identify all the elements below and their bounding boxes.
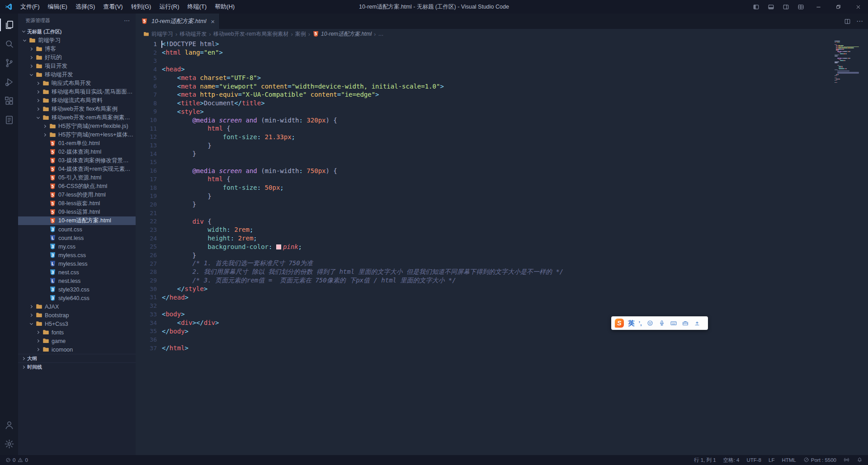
extensions-icon[interactable] [0,91,18,110]
live-server-port[interactable]: Port : 5500 [803,457,836,464]
eol[interactable]: LF [769,457,774,463]
tree-item-file[interactable]: Lnest.less [18,277,136,285]
search-icon[interactable] [0,34,18,53]
menu-item[interactable]: 选择(S) [71,0,99,14]
tree-item-folder[interactable]: 好玩的 [18,53,136,62]
close-button[interactable] [848,0,868,14]
tree-item-file[interactable]: 510-rem适配方案.html [18,216,136,225]
code-line[interactable]: 16 @media screen and (min-width: 750px) … [136,166,868,175]
tab-10-rem-file[interactable]: 5 10-rem适配方案.html × [136,14,220,29]
timeline-section-header[interactable]: 时间线 [18,362,136,371]
menu-item[interactable]: 查看(V) [99,0,127,14]
code-line[interactable]: 21 [136,209,868,217]
tree-item-folder[interactable]: 博客 [18,45,136,53]
language-mode[interactable]: HTML [782,457,796,463]
tree-item-file[interactable]: 3nest.css [18,268,136,277]
screencast-icon[interactable] [844,457,849,464]
tree-item-file[interactable]: 506-CSS的缺点.html [18,182,136,191]
minimize-button[interactable] [808,0,828,14]
code-line[interactable]: 35</body> [136,327,868,335]
tree-item-file[interactable]: 502-媒体查询.html [18,148,136,156]
tree-item-file[interactable]: 507-less的使用.html [18,191,136,199]
maximize-restore-button[interactable] [828,0,848,14]
tree-item-folder[interactable]: icomoon [18,345,136,354]
breadcrumb-item[interactable]: 510-rem适配方案.html [312,30,372,38]
code-line[interactable]: 2<html lang="en"> [136,48,868,57]
soft-keyboard-icon[interactable] [670,319,677,327]
toolbox-icon[interactable] [682,319,689,327]
warnings-indicator[interactable]: 0 [18,457,28,463]
code-line[interactable]: 14 } [136,150,868,158]
code-line[interactable]: 6 <meta name="viewport" content="width=d… [136,82,868,90]
menu-item[interactable]: 终端(T) [183,0,211,14]
explorer-icon[interactable] [0,15,18,34]
code-line[interactable]: 19 } [136,192,868,200]
code-line[interactable]: 4<head> [136,65,868,74]
sogou-logo-icon[interactable]: S [615,319,624,328]
code-line[interactable]: 15 [136,158,868,167]
tree-item-file[interactable]: 508-less嵌套.html [18,199,136,208]
tree-item-folder[interactable]: fonts [18,328,136,337]
code-line[interactable]: 24 height: 2rem; [136,234,868,243]
tree-item-folder[interactable]: H5苏宁商城(rem+flexible.js) [18,122,136,131]
code-line[interactable]: 30 </style> [136,285,868,293]
code-line[interactable]: 1<!DOCTYPE html> [136,40,868,48]
code-line[interactable]: 11 html { [136,124,868,133]
tree-item-folder[interactable]: 响应式布局开发 [18,79,136,88]
layout-sidebar-icon[interactable] [749,0,764,14]
notifications-bell[interactable] [857,457,863,464]
tree-item-folder[interactable]: H5+Css3 [18,319,136,328]
code-editor[interactable]: 1<!DOCTYPE html>2<html lang="en">34<head… [136,39,868,455]
code-line[interactable]: 32 [136,301,868,310]
code-line[interactable]: 22 div { [136,217,868,225]
tree-item-folder[interactable]: game [18,337,136,345]
customize-layout-icon[interactable] [793,0,808,14]
code-line[interactable]: 31</head> [136,293,868,302]
collapse-icon[interactable] [693,319,701,327]
code-line[interactable]: 23 width: 2rem; [136,225,868,234]
breadcrumb-item[interactable]: 案例 [295,30,306,38]
layout-panel-icon[interactable] [764,0,778,14]
code-line[interactable]: 29 /* 3. 页面元素的rem值 = 页面元素在 750像素的 下px值 /… [136,276,868,285]
code-line[interactable]: 18 font-size: 50px; [136,183,868,192]
menu-item[interactable]: 文件(F) [16,0,44,14]
workspace-section-header[interactable]: 无标题 (工作区) [18,27,136,36]
code-line[interactable]: 9 <style> [136,108,868,116]
tree-item-file[interactable]: 3count.css [18,225,136,234]
tree-item-file[interactable]: 3style640.css [18,294,136,302]
code-line[interactable]: 27 /* 1. 首先我们选一套标准尺寸 750为准 [136,259,868,268]
code-line[interactable]: 3 [136,56,868,65]
layout-secondary-sidebar-icon[interactable] [778,0,793,14]
tree-item-folder[interactable]: 移动web开发-rem布局案例素材 \ 案例 [18,113,136,122]
indentation[interactable]: 空格: 4 [723,457,740,464]
emoji-icon[interactable] [646,319,654,327]
tree-item-file[interactable]: Lcount.less [18,234,136,242]
tree-item-folder[interactable]: 前端学习 [18,36,136,45]
tree-item-folder[interactable]: 移动端流式布局资料 [18,96,136,105]
tab-close-icon[interactable]: × [211,18,215,25]
code-line[interactable]: 36 [136,335,868,344]
tree-item-file[interactable]: 503-媒体查询案例修改背景颜色.html [18,156,136,165]
outline-section-header[interactable]: 大纲 [18,354,136,362]
cursor-position[interactable]: 行 1, 列 1 [694,457,716,464]
tree-item-file[interactable]: 504-媒体查询+rem实现元素动态变化... [18,165,136,174]
tree-item-folder[interactable]: 移动web开发 flex布局案例 [18,105,136,113]
tree-item-folder[interactable]: AJAX [18,302,136,311]
split-editor-icon[interactable] [844,18,851,25]
menu-item[interactable]: 帮助(H) [211,0,239,14]
code-line[interactable]: 20 } [136,200,868,209]
code-line[interactable]: 26 } [136,251,868,259]
account-icon[interactable] [0,415,18,434]
punctuation-icon[interactable]: ’, [639,320,642,327]
tree-item-file[interactable]: 3myless.css [18,251,136,259]
tree-item-folder[interactable]: 移动端开发 [18,70,136,79]
source-control-icon[interactable] [0,53,18,72]
code-line[interactable]: 7 <meta http-equiv="X-UA-Compatible" con… [136,90,868,99]
menu-item[interactable]: 运行(R) [155,0,183,14]
errors-indicator[interactable]: 0 [5,457,15,463]
minimap[interactable] [835,41,861,99]
breadcrumb-item[interactable]: … [378,31,383,37]
code-line[interactable]: 25 background-color: pink; [136,243,868,251]
encoding[interactable]: UTF-8 [746,457,761,463]
breadcrumb-item[interactable]: 移动端开发 [179,30,207,38]
